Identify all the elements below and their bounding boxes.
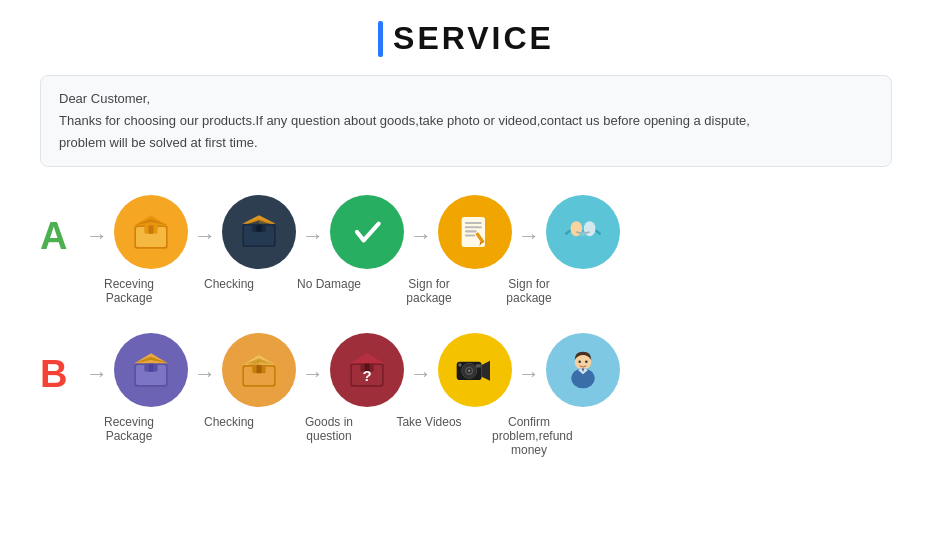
- step-checking-b: [222, 333, 296, 415]
- title-accent-bar: [378, 21, 383, 57]
- page-title: SERVICE: [393, 20, 554, 57]
- svg-point-56: [571, 369, 594, 389]
- icon-recv-pkg-a: [114, 195, 188, 269]
- steps-row-a: A → →: [40, 195, 892, 277]
- arrow-b0: →: [86, 363, 108, 385]
- step-confirm-refund: [546, 333, 620, 415]
- label-goods-question: Goods in question: [292, 415, 366, 443]
- svg-text:?: ?: [362, 367, 371, 384]
- icon-checking-a: [222, 195, 296, 269]
- arrow-a4: →: [518, 225, 540, 247]
- icon-goods-question: ?: [330, 333, 404, 407]
- arrow-a3: →: [410, 225, 432, 247]
- svg-point-57: [578, 361, 581, 364]
- svg-point-54: [458, 364, 461, 367]
- icon-confirm-refund: [546, 333, 620, 407]
- step-checking-a: [222, 195, 296, 277]
- svg-point-24: [584, 221, 596, 236]
- row-a: A → →: [40, 195, 892, 305]
- step-sign-pkg-b: [546, 195, 620, 277]
- label-a: A: [40, 215, 70, 258]
- label-checking-b: Checking: [192, 415, 266, 429]
- label-sign-pkg-a: Sign for package: [392, 277, 466, 305]
- svg-marker-53: [482, 361, 490, 381]
- svg-rect-3: [149, 226, 154, 234]
- arrow-a1: →: [194, 225, 216, 247]
- svg-rect-29: [149, 364, 154, 372]
- icon-sign-pkg-b: [546, 195, 620, 269]
- notice-box: Dear Customer, Thanks for choosing our p…: [40, 75, 892, 167]
- svg-marker-44: [350, 354, 383, 364]
- label-no-damage: No Damage: [292, 277, 366, 291]
- step-recv-pkg-a: [114, 195, 188, 277]
- arrow-b3: →: [410, 363, 432, 385]
- row-b: B → →: [40, 333, 892, 457]
- label-confirm-refund: Confirm problem,refund money: [492, 415, 566, 457]
- icon-recv-pkg-b: [114, 333, 188, 407]
- notice-line1: Dear Customer,: [59, 88, 873, 110]
- label-take-videos: Take Videos: [392, 415, 466, 429]
- arrow-a0: →: [86, 225, 108, 247]
- steps-row-b: B → →: [40, 333, 892, 415]
- label-checking-a: Checking: [192, 277, 266, 291]
- step-goods-question: ?: [330, 333, 404, 415]
- step-sign-pkg-a: [438, 195, 512, 277]
- svg-point-58: [585, 361, 588, 364]
- svg-rect-16: [465, 222, 482, 224]
- title-row: SERVICE: [40, 20, 892, 57]
- arrow-b1: →: [194, 363, 216, 385]
- label-b: B: [40, 353, 70, 396]
- icon-no-damage: [330, 195, 404, 269]
- icon-take-videos: [438, 333, 512, 407]
- svg-rect-35: [257, 365, 262, 373]
- arrow-b2: →: [302, 363, 324, 385]
- arrow-b4: →: [518, 363, 540, 385]
- svg-point-14: [349, 214, 386, 251]
- notice-line3: problem will be solved at first time.: [59, 132, 873, 154]
- label-recv-pkg-a: Receving Package: [92, 277, 166, 305]
- svg-rect-17: [465, 226, 482, 228]
- step-recv-pkg-b: [114, 333, 188, 415]
- svg-point-23: [571, 221, 583, 236]
- label-sign-pkg-b: Sign for package: [492, 277, 566, 305]
- step-take-videos: [438, 333, 512, 415]
- svg-rect-19: [465, 235, 475, 237]
- svg-rect-18: [465, 231, 477, 233]
- label-recv-pkg-b: Receving Package: [92, 415, 166, 443]
- icon-sign-pkg-a: [438, 195, 512, 269]
- svg-point-25: [581, 231, 586, 236]
- step-no-damage: [330, 195, 404, 277]
- arrow-a2: →: [302, 225, 324, 247]
- svg-rect-52: [476, 364, 481, 367]
- notice-line2: Thanks for choosing our products.If any …: [59, 110, 873, 132]
- svg-point-50: [468, 370, 471, 373]
- icon-checking-b: [222, 333, 296, 407]
